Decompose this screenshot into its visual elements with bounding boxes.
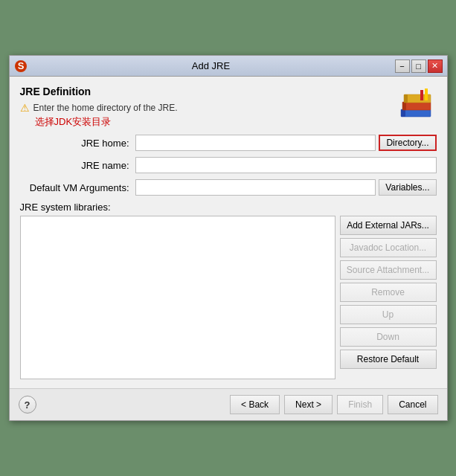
- next-button[interactable]: Next >: [284, 395, 333, 414]
- libraries-buttons: Add External JARs... Javadoc Location...…: [340, 216, 437, 379]
- jre-name-row: JRE name:: [20, 157, 437, 173]
- header-left: JRE Definition ⚠ Enter the home director…: [20, 86, 398, 129]
- vm-args-row: Default VM Arguments: Variables...: [20, 179, 437, 196]
- close-button[interactable]: ✕: [428, 60, 443, 73]
- svg-rect-8: [420, 90, 423, 100]
- vm-args-label: Default VM Arguments:: [20, 182, 135, 193]
- add-external-jars-button[interactable]: Add External JARs...: [340, 216, 437, 235]
- warning-row: ⚠ Enter the home directory of the JRE.: [20, 102, 398, 114]
- dialog-title: JRE Definition: [20, 86, 398, 97]
- warning-icon: ⚠: [20, 102, 30, 114]
- svg-rect-7: [404, 94, 408, 103]
- jre-name-input[interactable]: [135, 157, 437, 173]
- book-icon: [398, 83, 437, 121]
- dialog-content: JRE Definition ⚠ Enter the home director…: [10, 77, 447, 388]
- minimize-button[interactable]: −: [395, 60, 410, 73]
- svg-rect-9: [425, 89, 428, 100]
- svg-rect-3: [401, 109, 405, 117]
- back-button[interactable]: < Back: [230, 395, 280, 414]
- svg-rect-5: [402, 102, 406, 110]
- jre-home-label: JRE home:: [20, 138, 135, 149]
- annotation-text: 选择JDK安装目录: [35, 115, 398, 129]
- maximize-button[interactable]: □: [411, 60, 426, 73]
- footer-left: ?: [19, 396, 36, 414]
- directory-button[interactable]: Directory...: [379, 135, 436, 151]
- up-button[interactable]: Up: [340, 305, 437, 324]
- vm-args-input[interactable]: [135, 179, 376, 196]
- down-button[interactable]: Down: [340, 327, 437, 347]
- help-button[interactable]: ?: [19, 396, 36, 414]
- remove-button[interactable]: Remove: [340, 283, 437, 302]
- footer-right: < Back Next > Finish Cancel: [230, 395, 437, 414]
- app-logo: S: [14, 60, 28, 73]
- form-area: JRE home: Directory... JRE name: Default…: [20, 135, 437, 379]
- window-title: Add JRE: [28, 60, 395, 71]
- libraries-label: JRE system libraries:: [20, 202, 437, 213]
- libraries-list[interactable]: [20, 216, 335, 379]
- svg-text:S: S: [17, 60, 24, 71]
- warning-text: Enter the home directory of the JRE.: [33, 103, 178, 113]
- restore-default-button[interactable]: Restore Default: [340, 350, 437, 369]
- svg-rect-4: [402, 102, 431, 110]
- variables-button[interactable]: Variables...: [379, 179, 436, 196]
- window-controls: − □ ✕: [395, 60, 443, 73]
- header-area: JRE Definition ⚠ Enter the home director…: [20, 86, 437, 129]
- jre-home-input[interactable]: [135, 135, 376, 151]
- dialog-footer: ? < Back Next > Finish Cancel: [10, 388, 447, 420]
- source-attachment-button[interactable]: Source Attachment...: [340, 260, 437, 280]
- libraries-section: Add External JARs... Javadoc Location...…: [20, 216, 437, 379]
- cancel-button[interactable]: Cancel: [388, 395, 437, 414]
- jre-name-label: JRE name:: [20, 160, 135, 171]
- add-jre-window: S Add JRE − □ ✕ JRE Definition ⚠ Enter t…: [9, 55, 448, 421]
- jre-home-row: JRE home: Directory...: [20, 135, 437, 151]
- finish-button[interactable]: Finish: [337, 395, 383, 414]
- javadoc-location-button[interactable]: Javadoc Location...: [340, 238, 437, 257]
- title-bar: S Add JRE − □ ✕: [10, 56, 447, 77]
